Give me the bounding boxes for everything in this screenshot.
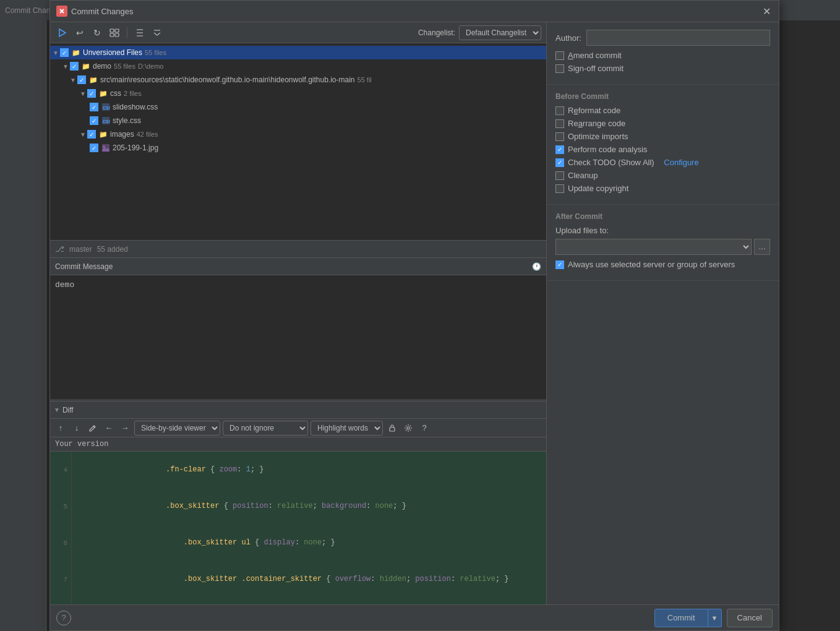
highlight-dropdown[interactable]: Highlight words Highlight lines (311, 421, 383, 436)
settings-icon[interactable] (401, 421, 415, 435)
line-num-7: 7 (50, 561, 72, 598)
changelist-label: Changelist: (418, 28, 455, 37)
diff-label: Diff (62, 406, 74, 414)
no-error-6 (536, 525, 546, 561)
commit-dropdown-button[interactable]: ▼ (708, 609, 722, 627)
next-diff-btn[interactable]: ↓ (70, 421, 84, 435)
signoff-commit-row[interactable]: Sign-off commit (555, 64, 770, 73)
svg-rect-16 (390, 427, 395, 431)
no-error-7 (536, 561, 546, 598)
tree-arrow-src: ▼ (70, 77, 77, 84)
folder-icon-demo: 📁 (81, 62, 91, 71)
file-tree: ▼ ✓ 📁 Unversioned Files 55 files ▼ ✓ 📁 d… (50, 43, 546, 240)
tree-item-style[interactable]: ✓ CSS style.css (50, 114, 546, 127)
tree-item-css-folder[interactable]: ▼ ✓ 📁 css 2 files (50, 87, 546, 100)
lock-icon[interactable] (385, 421, 399, 435)
expand-all-btn[interactable] (132, 25, 147, 40)
style-checkbox[interactable]: ✓ (90, 116, 98, 125)
collapse-all-btn[interactable] (150, 25, 165, 40)
close-button[interactable]: ✕ (760, 5, 773, 17)
diff-line-7: 7 .box_skitter .container_skitter { over… (50, 561, 546, 598)
viewer-dropdown[interactable]: Side-by-side viewer Unified viewer (134, 421, 220, 436)
check-todo-checkbox[interactable]: ✓ (555, 158, 564, 167)
line-content-8: .box_skitter .image { overflow: hidden; … (72, 598, 536, 604)
tree-item-slideshow[interactable]: ✓ CSS slideshow.css (50, 100, 546, 114)
commit-btn-group: Commit ▼ (654, 609, 722, 627)
tree-item-img[interactable]: ✓ 205-199-1.jpg (50, 141, 546, 155)
tree-root-item[interactable]: ▼ ✓ 📁 Unversioned Files 55 files (50, 46, 546, 59)
cancel-button[interactable]: Cancel (727, 609, 773, 627)
copyright-label: Update copyright (568, 184, 628, 193)
tree-item-src[interactable]: ▼ ✓ 📁 src\main\resources\static\hideonwo… (50, 73, 546, 87)
always-use-label: Always use selected server or group of s… (568, 260, 735, 269)
code-analysis-checkbox[interactable]: ✓ (555, 145, 564, 154)
slideshow-checkbox[interactable]: ✓ (90, 103, 98, 111)
reformat-label: Reformat code (568, 106, 620, 115)
svg-rect-3 (110, 33, 114, 36)
commit-msg-textarea[interactable]: demo (50, 275, 546, 399)
diff-help-icon[interactable]: ? (418, 421, 431, 435)
check-todo-row[interactable]: ✓ Check TODO (Show All) Configure (555, 158, 770, 167)
commit-button[interactable]: Commit (654, 609, 708, 627)
copyright-row[interactable]: Update copyright (555, 184, 770, 193)
always-use-row[interactable]: ✓ Always use selected server or group of… (555, 260, 770, 269)
left-panel: ↩ ↻ (50, 22, 547, 604)
src-checkbox[interactable]: ✓ (77, 75, 86, 84)
before-commit-section: Before Commit Reformat code Rearrange co… (547, 85, 779, 205)
css-folder-name: css (110, 89, 121, 98)
root-checkbox[interactable]: ✓ (60, 48, 69, 57)
rearrange-label: Rearrange code (568, 119, 625, 128)
always-use-checkbox[interactable]: ✓ (555, 260, 564, 269)
author-input[interactable] (586, 30, 770, 46)
tree-item-demo[interactable]: ▼ ✓ 📁 demo 55 files D:\demo (50, 59, 546, 73)
diff-area: ▼ Diff ↑ ↓ ← (50, 401, 546, 604)
upload-dropdown[interactable] (555, 239, 752, 255)
cleanup-checkbox[interactable] (555, 171, 564, 180)
commit-msg-header: Commit Message 🕐 (50, 258, 546, 275)
reformat-row[interactable]: Reformat code (555, 106, 770, 115)
src-count: 55 fil (358, 76, 372, 84)
css-folder-checkbox[interactable]: ✓ (87, 89, 96, 98)
code-analysis-row[interactable]: ✓ Perform code analysis (555, 145, 770, 154)
refresh-btn[interactable]: ↻ (90, 25, 105, 40)
amend-commit-row[interactable]: Amend commit (555, 51, 770, 60)
diff-line-6: 6 .box_skitter ul { display: none; } (50, 525, 546, 561)
jump-to-source-btn[interactable] (55, 25, 70, 40)
line-num-6: 6 (50, 525, 72, 561)
signoff-checkbox[interactable] (555, 64, 564, 73)
demo-checkbox[interactable]: ✓ (70, 62, 79, 71)
commit-history-icon[interactable]: 🕐 (532, 262, 541, 271)
help-button[interactable]: ? (56, 611, 71, 625)
prev-diff-btn[interactable]: ↑ (54, 421, 67, 435)
group-by-btn[interactable] (107, 25, 122, 40)
line-num-8: 8 (50, 598, 72, 604)
reformat-checkbox[interactable] (555, 106, 564, 115)
optimize-row[interactable]: Optimize imports (555, 132, 770, 141)
demo-path: D:\demo (138, 62, 164, 70)
css-folder-count: 2 files (124, 90, 142, 97)
rearrange-checkbox[interactable] (555, 119, 564, 128)
undo-btn[interactable]: ↩ (72, 25, 87, 40)
img-checkbox[interactable]: ✓ (90, 144, 98, 152)
browse-btn[interactable]: … (754, 239, 770, 255)
rearrange-row[interactable]: Rearrange code (555, 119, 770, 128)
cleanup-row[interactable]: Cleanup (555, 171, 770, 180)
no-error-4 (536, 452, 546, 488)
svg-text:CSS: CSS (103, 119, 110, 124)
amend-checkbox[interactable] (555, 51, 564, 60)
optimize-checkbox[interactable] (555, 132, 564, 141)
back-btn[interactable]: ← (102, 421, 116, 435)
configure-link[interactable]: Configure (664, 158, 698, 167)
style-name: style.css (113, 116, 141, 125)
images-checkbox[interactable]: ✓ (87, 130, 96, 139)
edit-source-btn[interactable] (86, 421, 100, 435)
changelist-dropdown[interactable]: Default Changelist (459, 25, 541, 40)
ignore-dropdown[interactable]: Do not ignore Ignore whitespaces (223, 421, 308, 436)
tree-arrow-css: ▼ (80, 90, 87, 97)
diff-header: ▼ Diff (50, 401, 546, 419)
tree-item-images[interactable]: ▼ ✓ 📁 images 42 files (50, 127, 546, 141)
forward-btn[interactable]: → (118, 421, 132, 435)
copyright-checkbox[interactable] (555, 184, 564, 193)
diff-collapse-btn[interactable]: ▼ (54, 406, 60, 413)
svg-rect-2 (115, 29, 119, 32)
